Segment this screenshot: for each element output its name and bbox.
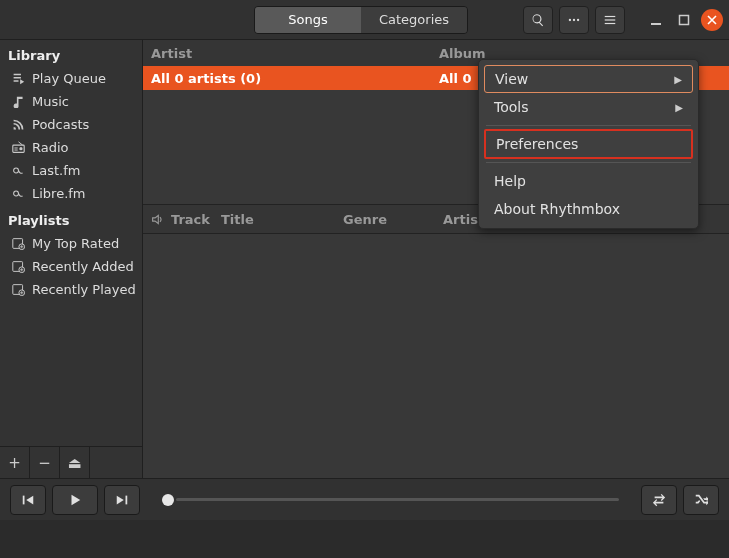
librefm-icon bbox=[12, 187, 25, 200]
sidebar-item-play-queue[interactable]: Play Queue bbox=[0, 67, 142, 90]
sidebar-item-music[interactable]: Music bbox=[0, 90, 142, 113]
tab-categories[interactable]: Categories bbox=[361, 7, 467, 33]
play-icon bbox=[68, 493, 82, 507]
podcasts-icon bbox=[12, 118, 25, 131]
tab-songs[interactable]: Songs bbox=[255, 7, 361, 33]
speaker-icon bbox=[151, 213, 164, 226]
sidebar-section-library: Library bbox=[0, 40, 142, 67]
menu-item-preferences[interactable]: Preferences bbox=[484, 130, 693, 158]
repeat-button[interactable] bbox=[641, 485, 677, 515]
menu-separator bbox=[486, 162, 691, 163]
skip-previous-icon bbox=[21, 493, 35, 507]
shuffle-icon bbox=[694, 493, 708, 507]
next-track-button[interactable] bbox=[104, 485, 140, 515]
svg-rect-7 bbox=[680, 15, 689, 24]
column-track[interactable]: Track bbox=[171, 212, 221, 227]
remove-playlist-button[interactable]: − bbox=[30, 447, 60, 478]
menu-item-view[interactable]: View ▶ bbox=[484, 65, 693, 93]
sidebar-footer: + − ⏏ bbox=[0, 446, 142, 478]
svg-point-0 bbox=[569, 18, 571, 20]
sidebar-item-label: Last.fm bbox=[32, 163, 80, 178]
browser-cell-artist: All 0 artists (0) bbox=[143, 71, 431, 86]
svg-point-1 bbox=[573, 18, 575, 20]
eject-button[interactable]: ⏏ bbox=[60, 447, 90, 478]
radio-icon bbox=[12, 141, 25, 154]
svg-point-2 bbox=[577, 18, 579, 20]
sidebar-item-recently-played[interactable]: Recently Played bbox=[0, 278, 142, 301]
sidebar-item-label: Podcasts bbox=[32, 117, 89, 132]
sidebar-item-lastfm[interactable]: Last.fm bbox=[0, 159, 142, 182]
svg-point-13 bbox=[14, 191, 19, 196]
seek-slider[interactable] bbox=[162, 494, 619, 506]
menu-item-tools[interactable]: Tools ▶ bbox=[484, 93, 693, 121]
sidebar-item-librefm[interactable]: Libre.fm bbox=[0, 182, 142, 205]
svg-rect-21 bbox=[126, 495, 128, 504]
menu-separator bbox=[486, 125, 691, 126]
svg-point-12 bbox=[14, 168, 19, 173]
smart-playlist-icon bbox=[12, 260, 25, 273]
more-button[interactable] bbox=[559, 6, 589, 34]
submenu-arrow-icon: ▶ bbox=[675, 102, 683, 113]
sidebar-item-recently-added[interactable]: Recently Added bbox=[0, 255, 142, 278]
shuffle-button[interactable] bbox=[683, 485, 719, 515]
column-title[interactable]: Title bbox=[221, 212, 343, 227]
smart-playlist-icon bbox=[12, 237, 25, 250]
submenu-arrow-icon: ▶ bbox=[674, 74, 682, 85]
search-button[interactable] bbox=[523, 6, 553, 34]
browser-header-artist[interactable]: Artist bbox=[143, 46, 431, 61]
add-playlist-button[interactable]: + bbox=[0, 447, 30, 478]
menu-item-label: Help bbox=[494, 173, 526, 189]
svg-point-9 bbox=[19, 147, 22, 150]
svg-rect-6 bbox=[651, 23, 661, 25]
play-button[interactable] bbox=[52, 485, 98, 515]
window-maximize-button[interactable] bbox=[673, 9, 695, 31]
app-menu-button[interactable] bbox=[595, 6, 625, 34]
svg-rect-10 bbox=[14, 148, 17, 149]
titlebar: Songs Categories bbox=[0, 0, 729, 40]
seek-knob[interactable] bbox=[162, 494, 174, 506]
sidebar-item-label: Play Queue bbox=[32, 71, 106, 86]
svg-rect-20 bbox=[23, 495, 25, 504]
sidebar-item-podcasts[interactable]: Podcasts bbox=[0, 113, 142, 136]
player-bar bbox=[0, 478, 729, 520]
svg-rect-5 bbox=[605, 22, 616, 23]
sidebar-section-playlists: Playlists bbox=[0, 205, 142, 232]
sidebar-item-label: Recently Added bbox=[32, 259, 134, 274]
menu-item-label: About Rhythmbox bbox=[494, 201, 620, 217]
dots-icon bbox=[567, 13, 581, 27]
menu-item-label: Tools bbox=[494, 99, 529, 115]
sidebar-item-label: My Top Rated bbox=[32, 236, 119, 251]
svg-rect-4 bbox=[605, 19, 616, 20]
repeat-icon bbox=[652, 493, 666, 507]
maximize-icon bbox=[678, 14, 690, 26]
menu-item-about[interactable]: About Rhythmbox bbox=[484, 195, 693, 223]
smart-playlist-icon bbox=[12, 283, 25, 296]
seek-track bbox=[176, 498, 619, 501]
music-icon bbox=[12, 95, 25, 108]
prev-track-button[interactable] bbox=[10, 485, 46, 515]
menu-item-label: View bbox=[495, 71, 528, 87]
sidebar-item-radio[interactable]: Radio bbox=[0, 136, 142, 159]
menu-item-label: Preferences bbox=[496, 136, 578, 152]
column-genre[interactable]: Genre bbox=[343, 212, 443, 227]
hamburger-icon bbox=[603, 13, 617, 27]
skip-next-icon bbox=[115, 493, 129, 507]
sidebar: Library Play Queue Music Podcasts Radio … bbox=[0, 40, 143, 478]
svg-rect-11 bbox=[14, 150, 17, 151]
window-minimize-button[interactable] bbox=[645, 9, 667, 31]
column-playing[interactable] bbox=[143, 213, 171, 226]
tracklist-body bbox=[143, 234, 729, 478]
sidebar-item-label: Recently Played bbox=[32, 282, 136, 297]
lastfm-icon bbox=[12, 164, 25, 177]
sidebar-item-label: Music bbox=[32, 94, 69, 109]
window-close-button[interactable] bbox=[701, 9, 723, 31]
app-menu-dropdown: View ▶ Tools ▶ Preferences Help About Rh… bbox=[478, 59, 699, 229]
view-tab-group: Songs Categories bbox=[254, 6, 468, 34]
sidebar-item-label: Radio bbox=[32, 140, 69, 155]
play-queue-icon bbox=[12, 72, 25, 85]
close-icon bbox=[707, 15, 717, 25]
sidebar-item-label: Libre.fm bbox=[32, 186, 86, 201]
sidebar-item-my-top-rated[interactable]: My Top Rated bbox=[0, 232, 142, 255]
menu-item-help[interactable]: Help bbox=[484, 167, 693, 195]
minimize-icon bbox=[650, 14, 662, 26]
